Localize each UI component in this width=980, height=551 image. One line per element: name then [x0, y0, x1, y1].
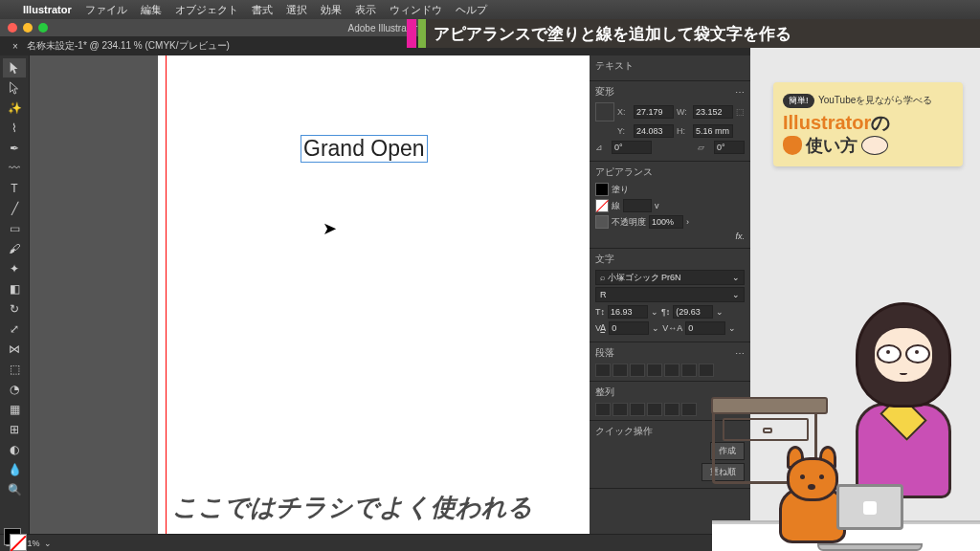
paintbrush-tool[interactable]: 🖌 [3, 239, 26, 258]
halign-right-button[interactable] [630, 403, 645, 416]
stroke-weight-input[interactable] [623, 199, 652, 212]
minimize-window-button[interactable] [23, 23, 33, 33]
promo-subtext: YouTubeを見ながら学べる [818, 95, 932, 105]
pen-tool[interactable]: ✒ [3, 139, 26, 158]
valign-top-button[interactable] [647, 403, 662, 416]
justify-left-button[interactable] [647, 364, 662, 377]
promo-card: 簡単! YouTubeを見ながら学べる Illustratorの 使い方 [773, 82, 963, 166]
quick-actions-header: クイック操作 [595, 425, 653, 438]
magic-wand-tool[interactable]: ✨ [3, 99, 26, 118]
opacity-swatch[interactable] [595, 215, 609, 229]
font-size-icon: T↕ [595, 307, 605, 317]
tutorial-banner: アピアランスで塗りと線を追加して袋文字を作る [407, 19, 980, 48]
y-input[interactable] [634, 124, 674, 138]
stroke-label: 線 [612, 200, 620, 212]
menu-select[interactable]: 選択 [286, 3, 307, 17]
align-left-button[interactable] [595, 364, 611, 377]
guide-line[interactable] [166, 55, 167, 534]
workspace: ✨ ⌇ ✒ 〰 T ╱ ▭ 🖌 ✦ ◧ ↻ ⤢ ⋈ ⬚ ◔ ▦ ⊞ ◐ 💧 🔍 [0, 55, 750, 534]
shaper-tool[interactable]: ✦ [3, 259, 26, 278]
fill-color-swatch[interactable] [595, 183, 609, 196]
shear-input[interactable] [714, 141, 745, 154]
menu-help[interactable]: ヘルプ [456, 3, 487, 17]
perspective-tool[interactable]: ▦ [3, 400, 26, 419]
shape-builder-tool[interactable]: ◔ [3, 380, 26, 399]
rectangle-tool[interactable]: ▭ [3, 219, 26, 238]
align-header: 整列 [595, 386, 614, 399]
face-icon [861, 136, 888, 155]
toolbox: ✨ ⌇ ✒ 〰 T ╱ ▭ 🖌 ✦ ◧ ↻ ⤢ ⋈ ⬚ ◔ ▦ ⊞ ◐ 💧 🔍 [0, 55, 30, 534]
valign-middle-button[interactable] [664, 403, 679, 416]
tracking-icon: V↔A [662, 323, 682, 333]
menu-type[interactable]: 書式 [252, 3, 273, 17]
eyedropper-tool[interactable]: 💧 [3, 460, 26, 479]
w-input[interactable] [693, 105, 733, 119]
link-icon[interactable]: ⬚ [736, 107, 745, 117]
angle-input[interactable] [612, 141, 652, 154]
valign-bottom-button[interactable] [681, 403, 697, 416]
font-size-input[interactable] [608, 305, 648, 319]
menu-effect[interactable]: 効果 [321, 3, 342, 17]
direct-selection-tool[interactable] [3, 78, 26, 98]
menu-view[interactable]: 表示 [355, 3, 376, 17]
app-name[interactable]: Illustrator [23, 4, 72, 15]
zoom-tool[interactable]: 🔍 [3, 480, 26, 499]
subtitle-text: ここではチラシでよく使われる [172, 491, 533, 524]
curvature-tool[interactable]: 〰 [3, 159, 26, 178]
text-section-header: テキスト [595, 59, 745, 73]
justify-center-button[interactable] [664, 364, 679, 377]
leading-input[interactable] [673, 305, 713, 319]
free-transform-tool[interactable]: ⬚ [3, 360, 26, 379]
appearance-header: アピアランス [595, 165, 653, 179]
promo-badge: 簡単! [783, 94, 814, 108]
menu-object[interactable]: オブジェクト [175, 3, 238, 17]
zoom-dropdown-icon[interactable]: ⌄ [44, 539, 52, 548]
close-tab-icon[interactable]: × [10, 41, 21, 52]
artboard [158, 55, 590, 534]
maximize-window-button[interactable] [38, 23, 48, 33]
selection-tool[interactable] [3, 58, 26, 77]
menu-file[interactable]: ファイル [85, 3, 127, 17]
document-tab[interactable]: × 名称未設定-1* @ 234.11 % (CMYK/プレビュー) [10, 39, 230, 53]
laptop-logo-icon [863, 501, 877, 515]
kerning-input[interactable] [609, 321, 649, 335]
w-label: W: [677, 107, 690, 117]
h-label: H: [677, 126, 690, 136]
canvas-area[interactable]: Grand Open ➤ [30, 55, 590, 534]
halign-center-button[interactable] [612, 403, 628, 416]
text-object[interactable]: Grand Open [301, 135, 428, 163]
paragraph-header: 段落 [595, 346, 614, 360]
justify-right-button[interactable] [681, 364, 697, 377]
x-input[interactable] [634, 105, 674, 119]
gradient-tool[interactable]: ◐ [3, 440, 26, 459]
align-center-button[interactable] [612, 364, 628, 377]
scale-tool[interactable]: ⤢ [3, 320, 26, 339]
halign-left-button[interactable] [595, 403, 611, 416]
lasso-tool[interactable]: ⌇ [3, 119, 26, 138]
opacity-input[interactable] [649, 215, 683, 229]
mascot-icon [783, 136, 802, 155]
mesh-tool[interactable]: ⊞ [3, 420, 26, 439]
width-tool[interactable]: ⋈ [3, 340, 26, 359]
type-tool[interactable]: T [3, 179, 26, 198]
eraser-tool[interactable]: ◧ [3, 279, 26, 298]
close-window-button[interactable] [8, 23, 17, 33]
rotate-tool[interactable]: ↻ [3, 299, 26, 319]
more-icon[interactable]: ⋯ [735, 87, 745, 98]
cursor-icon: ➤ [323, 218, 337, 239]
stroke-color-swatch[interactable] [595, 199, 609, 212]
opacity-arrow-icon[interactable]: › [686, 217, 689, 227]
shear-icon: ▱ [698, 143, 711, 152]
kerning-icon: VA̲ [595, 323, 606, 333]
banner-text: アピアランスで塗りと線を追加して袋文字を作る [426, 19, 980, 48]
align-right-button[interactable] [630, 364, 645, 377]
h-input[interactable] [693, 124, 733, 138]
menu-edit[interactable]: 編集 [141, 3, 162, 17]
leading-icon: ¶↕ [661, 307, 670, 317]
app-window: Adobe Illustrator × 名称未設定-1* @ 234.11 % … [0, 19, 750, 551]
line-tool[interactable]: ╱ [3, 199, 26, 218]
stroke-swatch[interactable] [10, 534, 27, 551]
drawer [723, 418, 809, 441]
reference-point-icon[interactable] [595, 102, 614, 121]
menu-window[interactable]: ウィンドウ [390, 3, 442, 17]
